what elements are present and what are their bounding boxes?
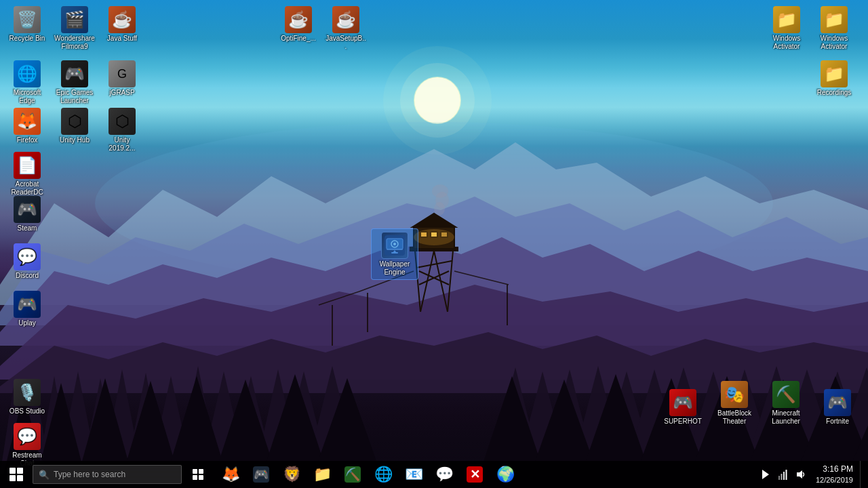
unity-hub-icon[interactable]: ⬡ Unity Hub bbox=[51, 105, 98, 147]
svg-rect-89 bbox=[781, 474, 782, 480]
recycle-bin-icon[interactable]: 🗑️ Recycle Bin bbox=[3, 3, 51, 45]
taskbar-brave[interactable]: 🦁 bbox=[277, 461, 307, 488]
javasetup-icon[interactable]: ☕ JavaSetupB... bbox=[322, 3, 370, 54]
taskbar-pinned-apps: 🦊 🎮 🦁 📁 ⛏️ 🌐 📧 bbox=[216, 461, 520, 488]
taskbar-edge[interactable]: 🌐 bbox=[368, 461, 398, 488]
taskbar-discord[interactable]: 💬 bbox=[429, 461, 459, 488]
desktop-icons: 🗑️ Recycle Bin 🎬 Wondershare Filmora9 ☕ … bbox=[0, 0, 868, 461]
fortnite-desktop-icon[interactable]: 🎮 Fortnite bbox=[814, 386, 861, 428]
taskbar-minecraft[interactable]: ⛏️ bbox=[338, 461, 368, 488]
obs-studio-icon[interactable]: 🎙️ OBS Studio bbox=[3, 376, 51, 418]
acrobat-icon[interactable]: 📄 Acrobat ReaderDC bbox=[3, 149, 51, 199]
unity-2019-icon[interactable]: ⬡ Unity 2019.2... bbox=[98, 105, 146, 155]
search-bar[interactable]: 🔍 bbox=[33, 465, 182, 484]
svg-rect-91 bbox=[785, 470, 787, 480]
jgrasp-icon[interactable]: G jGRASP bbox=[98, 58, 146, 100]
svg-point-82 bbox=[393, 243, 396, 245]
svg-rect-88 bbox=[778, 476, 780, 480]
battleblock-desktop-icon[interactable]: 🎭 BattleBlock Theater bbox=[711, 378, 758, 428]
epic-games-icon[interactable]: 🎮 Epic Games Launcher bbox=[51, 58, 98, 108]
taskbar-firefox[interactable]: 🦊 bbox=[216, 461, 245, 488]
wondershare-icon[interactable]: 🎬 Wondershare Filmora9 bbox=[51, 3, 98, 54]
taskbar: 🔍 🦊 🎮 bbox=[0, 461, 868, 488]
svg-rect-85 bbox=[193, 475, 197, 480]
windows-activator-2-icon[interactable]: 📁 Windows Activator bbox=[810, 3, 858, 54]
steam-icon[interactable]: 🎮 Steam bbox=[3, 193, 51, 235]
java-stuff-icon[interactable]: ☕ Java Stuff bbox=[98, 3, 146, 45]
taskbar-antivirus[interactable]: ✕ bbox=[460, 461, 490, 488]
system-tray: 3:16 PM 12/26/2019 bbox=[757, 461, 868, 488]
recordings-icon[interactable]: 📁 Recordings bbox=[810, 58, 858, 100]
tray-expand[interactable] bbox=[757, 461, 774, 488]
microsoft-edge-icon[interactable]: 🌐 Microsoft Edge bbox=[3, 58, 51, 108]
svg-rect-83 bbox=[193, 469, 197, 474]
tray-volume[interactable] bbox=[793, 461, 809, 488]
svg-rect-84 bbox=[199, 469, 203, 474]
search-input[interactable] bbox=[54, 470, 176, 479]
task-view-button[interactable] bbox=[184, 461, 212, 488]
windows-activator-1-icon[interactable]: 📁 Windows Activator bbox=[763, 3, 810, 54]
minecraft-launcher-desktop-icon[interactable]: ⛏️ Minecraft Launcher bbox=[762, 378, 810, 428]
superhot-desktop-icon[interactable]: 🎮 SUPERHOT bbox=[659, 386, 707, 428]
taskbar-browser[interactable]: 🌍 bbox=[490, 461, 520, 488]
start-button[interactable] bbox=[0, 461, 33, 488]
optifine-icon[interactable]: ☕ OptiFine_... bbox=[275, 3, 322, 45]
svg-rect-90 bbox=[783, 472, 785, 480]
tray-network[interactable] bbox=[775, 461, 791, 488]
uplay-icon[interactable]: 🎮 Uplay bbox=[3, 288, 51, 330]
taskbar-steam[interactable]: 🎮 bbox=[246, 461, 276, 488]
svg-marker-92 bbox=[797, 470, 802, 479]
desktop: 🗑️ Recycle Bin 🎬 Wondershare Filmora9 ☕ … bbox=[0, 0, 868, 488]
taskbar-file-explorer[interactable]: 📁 bbox=[307, 461, 337, 488]
show-desktop-button[interactable] bbox=[860, 461, 865, 488]
taskbar-mail[interactable]: 📧 bbox=[399, 461, 429, 488]
wallpaper-engine-icon[interactable]: Wallpaper Engine bbox=[371, 228, 418, 280]
system-clock[interactable]: 3:16 PM 12/26/2019 bbox=[810, 461, 859, 488]
search-icon: 🔍 bbox=[39, 470, 50, 480]
svg-rect-86 bbox=[199, 475, 203, 480]
svg-rect-80 bbox=[391, 252, 398, 253]
firefox-icon[interactable]: 🦊 Firefox bbox=[3, 105, 51, 147]
svg-marker-87 bbox=[762, 470, 769, 479]
discord-icon[interactable]: 💬 Discord bbox=[3, 241, 51, 283]
